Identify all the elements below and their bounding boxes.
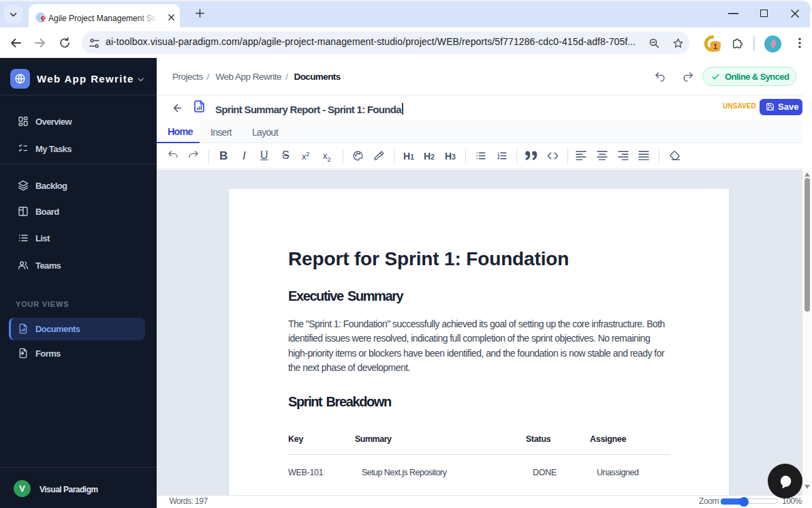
- svg-text:1: 1: [713, 42, 717, 50]
